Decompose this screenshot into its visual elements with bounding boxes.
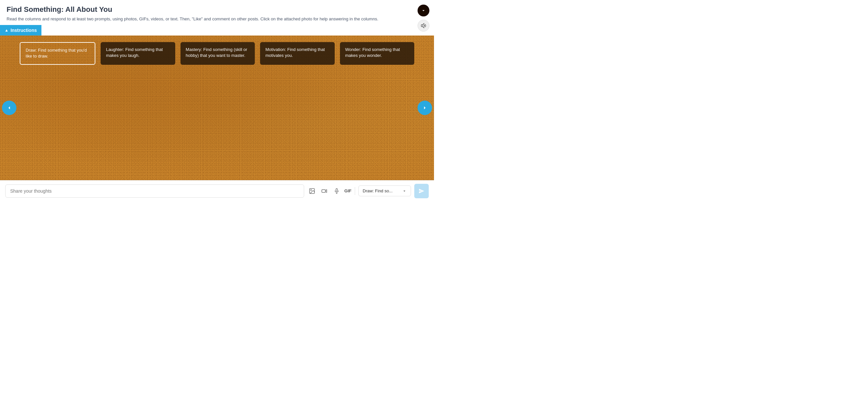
divider (355, 187, 355, 195)
column-select-dropdown[interactable]: Draw: Find so... (359, 185, 411, 196)
instructions-label: Instructions (10, 28, 37, 33)
collapse-button[interactable] (417, 5, 429, 17)
card-draw-label: Draw: Find something that you'd like to … (26, 48, 87, 59)
send-icon (418, 188, 425, 194)
gif-button[interactable]: GIF (344, 188, 351, 193)
text-input-wrapper[interactable] (5, 185, 304, 198)
card-mastery[interactable]: Mastery: Find something (skill or hobby)… (181, 42, 255, 65)
send-button[interactable] (414, 184, 429, 198)
corkboard: Draw: Find something that you'd like to … (0, 35, 434, 180)
chevron-down-icon (421, 8, 426, 13)
input-icon-group: GIF (307, 186, 351, 196)
next-arrow-icon (422, 105, 428, 111)
card-motivation-label: Motivation: Find something that motivate… (265, 47, 325, 58)
speaker-icon (421, 23, 427, 29)
instructions-bar[interactable]: ▲ Instructions (0, 25, 41, 35)
card-draw[interactable]: Draw: Find something that you'd like to … (20, 42, 95, 65)
image-icon (309, 188, 315, 194)
prev-button[interactable] (2, 101, 17, 115)
card-laughter-label: Laughter: Find something that makes you … (106, 47, 163, 58)
card-wonder-label: Wonder: Find something that makes you wo… (345, 47, 400, 58)
card-mastery-label: Mastery: Find something (skill or hobby)… (186, 47, 247, 58)
video-button[interactable] (320, 186, 329, 196)
dropdown-arrow-icon (402, 189, 407, 193)
svg-point-2 (311, 189, 312, 190)
card-wonder[interactable]: Wonder: Find something that makes you wo… (340, 42, 414, 65)
share-thoughts-input[interactable] (10, 188, 299, 194)
input-area: GIF Draw: Find so... (0, 180, 434, 201)
card-laughter[interactable]: Laughter: Find something that makes you … (101, 42, 175, 65)
svg-rect-4 (336, 188, 338, 191)
prev-arrow-icon (6, 105, 12, 111)
cards-container: Draw: Find something that you'd like to … (20, 42, 414, 65)
next-button[interactable] (417, 101, 432, 115)
microphone-button[interactable] (332, 186, 341, 196)
page-title: Find Something: All About You (7, 5, 427, 14)
column-select-text: Draw: Find so... (363, 188, 393, 193)
svg-rect-0 (421, 25, 423, 27)
microphone-icon (334, 188, 340, 194)
image-button[interactable] (307, 186, 317, 196)
instructions-chevron-icon: ▲ (5, 28, 8, 33)
svg-rect-3 (322, 189, 326, 192)
card-motivation[interactable]: Motivation: Find something that motivate… (260, 42, 334, 65)
speaker-button[interactable] (417, 20, 429, 32)
video-icon (321, 188, 328, 194)
header-description: Read the columns and respond to at least… (7, 16, 406, 22)
header: Find Something: All About You Read the c… (0, 0, 434, 25)
